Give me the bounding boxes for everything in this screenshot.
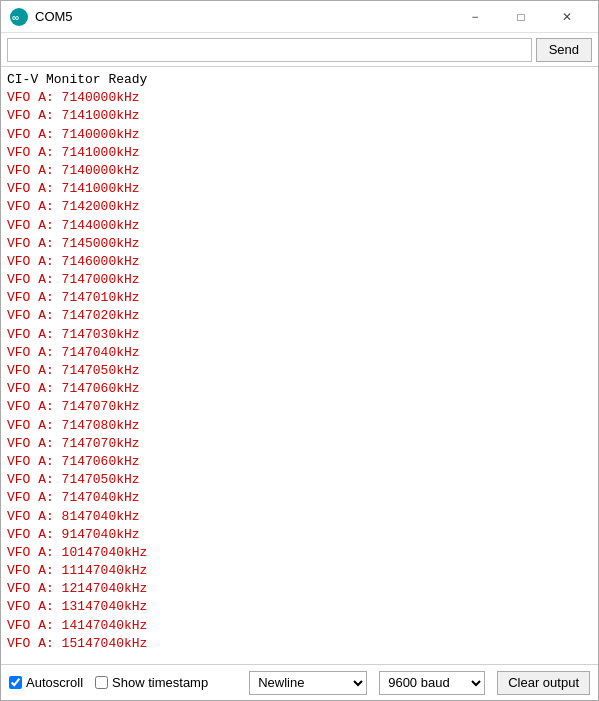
console-line: VFO A: 10147040kHz	[7, 544, 592, 562]
console-line: VFO A: 7147040kHz	[7, 344, 592, 362]
send-button[interactable]: Send	[536, 38, 592, 62]
svg-text:∞: ∞	[12, 12, 19, 23]
arduino-logo-icon: ∞	[9, 7, 29, 27]
maximize-button[interactable]: □	[498, 1, 544, 33]
console-line: VFO A: 7147030kHz	[7, 326, 592, 344]
console-line: VFO A: 8147040kHz	[7, 508, 592, 526]
console-line: VFO A: 7147070kHz	[7, 398, 592, 416]
command-input[interactable]	[7, 38, 532, 62]
show-timestamp-label[interactable]: Show timestamp	[95, 675, 208, 690]
close-button[interactable]: ✕	[544, 1, 590, 33]
console-line: VFO A: 7147050kHz	[7, 471, 592, 489]
autoscroll-checkbox[interactable]	[9, 676, 22, 689]
console-line: VFO A: 7147050kHz	[7, 362, 592, 380]
console-line: VFO A: 11147040kHz	[7, 562, 592, 580]
show-timestamp-checkbox[interactable]	[95, 676, 108, 689]
console-output: CI-V Monitor ReadyVFO A: 7140000kHzVFO A…	[1, 67, 598, 664]
minimize-button[interactable]: −	[452, 1, 498, 33]
window-controls: − □ ✕	[452, 1, 590, 33]
console-line: VFO A: 7146000kHz	[7, 253, 592, 271]
console-line: VFO A: 13147040kHz	[7, 598, 592, 616]
console-line: VFO A: 7141000kHz	[7, 144, 592, 162]
console-line: VFO A: 7147000kHz	[7, 271, 592, 289]
console-line: VFO A: 7147040kHz	[7, 489, 592, 507]
console-line: VFO A: 14147040kHz	[7, 617, 592, 635]
console-line: VFO A: 7140000kHz	[7, 162, 592, 180]
console-line: VFO A: 15147040kHz	[7, 635, 592, 653]
console-line: VFO A: 7140000kHz	[7, 126, 592, 144]
console-line: VFO A: 7147060kHz	[7, 380, 592, 398]
console-line: VFO A: 7147080kHz	[7, 417, 592, 435]
toolbar: Send	[1, 33, 598, 67]
newline-select[interactable]: No line endingNewlineCarriage returnBoth…	[249, 671, 367, 695]
console-line: VFO A: 7140000kHz	[7, 89, 592, 107]
title-bar: ∞ COM5 − □ ✕	[1, 1, 598, 33]
console-line: VFO A: 7144000kHz	[7, 217, 592, 235]
clear-output-button[interactable]: Clear output	[497, 671, 590, 695]
console-line: VFO A: 7142000kHz	[7, 198, 592, 216]
console-line: VFO A: 12147040kHz	[7, 580, 592, 598]
console-line: VFO A: 7141000kHz	[7, 107, 592, 125]
console-line: VFO A: 7147020kHz	[7, 307, 592, 325]
baud-select[interactable]: 300 baud1200 baud2400 baud4800 baud9600 …	[379, 671, 485, 695]
console-line: CI-V Monitor Ready	[7, 71, 592, 89]
console-line: VFO A: 7147060kHz	[7, 453, 592, 471]
console-line: VFO A: 9147040kHz	[7, 526, 592, 544]
console-line: VFO A: 7141000kHz	[7, 180, 592, 198]
console-line: VFO A: 7145000kHz	[7, 235, 592, 253]
status-bar: Autoscroll Show timestamp No line ending…	[1, 664, 598, 700]
show-timestamp-text: Show timestamp	[112, 675, 208, 690]
window-title: COM5	[35, 9, 452, 24]
main-window: ∞ COM5 − □ ✕ Send CI-V Monitor ReadyVFO …	[0, 0, 599, 701]
autoscroll-text: Autoscroll	[26, 675, 83, 690]
console-line: VFO A: 7147010kHz	[7, 289, 592, 307]
console-line: VFO A: 7147070kHz	[7, 435, 592, 453]
autoscroll-label[interactable]: Autoscroll	[9, 675, 83, 690]
